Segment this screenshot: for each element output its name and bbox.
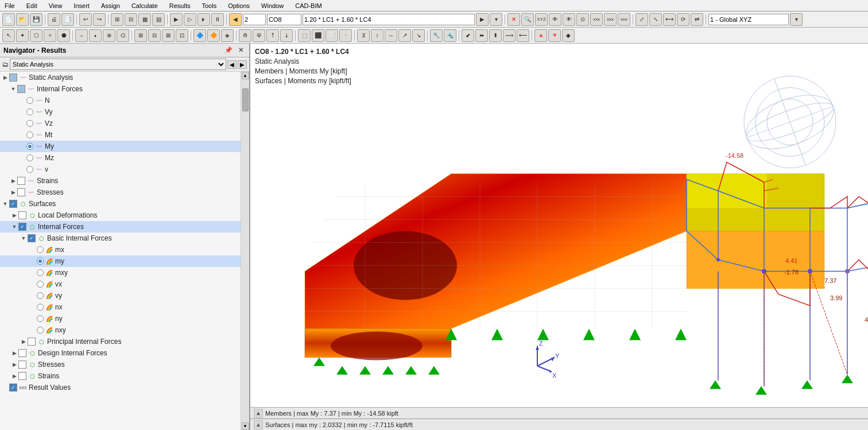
menu-window[interactable]: Window xyxy=(259,2,286,10)
tb2-8[interactable]: ⊕ xyxy=(103,29,115,42)
tree-N[interactable]: 〰 N xyxy=(0,95,241,106)
radio-Vy[interactable] xyxy=(26,109,33,115)
misc5-button[interactable]: ⇄ xyxy=(691,13,703,26)
render-button[interactable]: xxx xyxy=(590,13,603,26)
check-strains-surf[interactable] xyxy=(18,372,26,380)
scene-container[interactable]: -14.58 -18 3.99 3.88 -4.89 4.41 -1.78 7.… xyxy=(250,44,868,407)
tb2-3[interactable]: ⬡ xyxy=(30,29,42,42)
tb2-37[interactable]: 🔺 xyxy=(534,29,547,42)
tb2-13[interactable]: ⊡ xyxy=(176,29,188,42)
tb2-14[interactable]: 🔷 xyxy=(193,29,206,42)
check-basic[interactable]: ✓ xyxy=(28,234,36,242)
radio-mx[interactable] xyxy=(37,246,44,253)
tb2-11[interactable]: ⊟ xyxy=(148,29,161,42)
tree-nx[interactable]: 🌈 nx xyxy=(0,301,241,313)
tb2-23[interactable]: ⬜ xyxy=(326,29,338,42)
tb2-29[interactable]: ↘ xyxy=(412,29,425,42)
tb2-26[interactable]: ↕ xyxy=(371,29,383,42)
menu-edit[interactable]: Edit xyxy=(24,2,40,10)
tree-Mt[interactable]: 〰 Mt xyxy=(0,129,241,141)
co-name-input[interactable]: CO8 xyxy=(267,14,301,25)
tree-stresses-members[interactable]: ▶ 〰 Stresses xyxy=(0,187,241,198)
co-number-input[interactable]: 2 xyxy=(243,14,266,25)
tree-Vz[interactable]: 〰 Vz xyxy=(0,118,241,129)
tb2-15[interactable]: 🔶 xyxy=(207,29,220,42)
radio-vx[interactable] xyxy=(37,281,44,288)
co-next-button[interactable]: ▶ xyxy=(476,13,489,26)
run4-button[interactable]: ⏸ xyxy=(211,13,224,26)
tree-v[interactable]: 〰 v xyxy=(0,164,241,175)
tree-surfaces[interactable]: ▼ ✓ ⬡ Surfaces xyxy=(0,198,241,210)
tb2-24[interactable]: ⬝ xyxy=(339,29,352,42)
radio-Vz[interactable] xyxy=(26,120,33,127)
new-button[interactable]: 📄 xyxy=(2,13,15,26)
menu-view[interactable]: View xyxy=(46,2,65,10)
misc1-button[interactable]: ⤢ xyxy=(636,13,648,26)
nav-prev-btn[interactable]: ◀ xyxy=(227,60,237,69)
check-resultvalues[interactable]: ✓ xyxy=(9,383,17,392)
scroll-down-btn[interactable]: ▼ xyxy=(242,423,249,430)
print-button[interactable]: 🖨 xyxy=(48,13,60,26)
tb2-35[interactable]: ⟿ xyxy=(503,29,516,42)
tb2-4[interactable]: ✧ xyxy=(44,29,56,42)
run-button[interactable]: ▶ xyxy=(170,13,183,26)
misc3-button[interactable]: ⟷ xyxy=(663,13,676,26)
table2-button[interactable]: ⊟ xyxy=(125,13,137,26)
eye3-button[interactable]: ⊙ xyxy=(576,13,589,26)
tree-vx[interactable]: 🌈 vx xyxy=(0,278,241,290)
radio-nx[interactable] xyxy=(37,304,44,311)
check-localdef[interactable] xyxy=(18,211,26,219)
tb2-6[interactable]: ⬦ xyxy=(75,29,88,42)
menu-options[interactable]: Options xyxy=(226,2,252,10)
coord-system-input[interactable]: 1 - Global XYZ xyxy=(708,14,789,25)
status-expand-2[interactable]: ▲ xyxy=(254,420,263,429)
menu-insert[interactable]: Insert xyxy=(71,2,92,10)
menu-file[interactable]: File xyxy=(2,2,17,10)
tb2-1[interactable]: ↖ xyxy=(2,29,15,42)
radio-nxy[interactable] xyxy=(37,327,44,334)
nav-pin-button[interactable]: 📌 xyxy=(222,45,235,55)
tb2-16[interactable]: ◈ xyxy=(221,29,234,42)
eye-button[interactable]: 👁 xyxy=(549,13,561,26)
tb2-2[interactable]: ✦ xyxy=(16,29,29,42)
tb2-36[interactable]: ⟵ xyxy=(517,29,529,42)
render3-button[interactable]: xxx xyxy=(618,13,630,26)
menu-tools[interactable]: Tools xyxy=(199,2,219,10)
redo-button[interactable]: ↪ xyxy=(93,13,106,26)
tb2-20[interactable]: ⤓ xyxy=(280,29,293,42)
tree-ny[interactable]: 🌈 ny xyxy=(0,313,241,324)
tb2-10[interactable]: ⊞ xyxy=(134,29,147,42)
table3-button[interactable]: ▦ xyxy=(138,13,151,26)
eye2-button[interactable]: 👁 xyxy=(563,13,575,26)
tree-strains-surf[interactable]: ▶ ⬡ Strains xyxy=(0,370,241,382)
view3d-button[interactable]: 🔍 xyxy=(521,13,534,26)
tb2-21[interactable]: ⬚ xyxy=(298,29,311,42)
menu-results[interactable]: Results xyxy=(167,2,193,10)
filter-button[interactable]: ✕ xyxy=(507,13,520,26)
radio-vy-surf[interactable] xyxy=(37,292,44,299)
co-menu-button[interactable]: ▾ xyxy=(490,13,502,26)
tree-static-analysis[interactable]: ▶ 〰 Static Analysis xyxy=(0,72,241,83)
radio-my[interactable] xyxy=(37,258,44,265)
table-button[interactable]: ⊞ xyxy=(111,13,123,26)
radio-v[interactable] xyxy=(26,166,33,173)
menu-cad-bim[interactable]: CAD-BIM xyxy=(293,2,324,10)
check-surf-intforces[interactable]: ✓ xyxy=(18,223,26,231)
co-formula-input[interactable]: 1.20 * LC1 + 1.60 * LC4 xyxy=(303,14,475,25)
check-surfaces[interactable]: ✓ xyxy=(9,200,17,208)
open-button[interactable]: 📂 xyxy=(16,13,29,26)
tree-design[interactable]: ▶ ⬡ Design Internal Forces xyxy=(0,347,241,359)
nav-next-btn[interactable]: ▶ xyxy=(238,60,247,69)
run3-button[interactable]: ⏵ xyxy=(197,13,210,26)
print2-button[interactable]: 📑 xyxy=(61,13,74,26)
tb2-33[interactable]: ⬌ xyxy=(475,29,488,42)
tree-stresses-surf[interactable]: ▶ ⬡ Stresses xyxy=(0,359,241,370)
tree-principal[interactable]: ▶ ⬡ Principal Internal Forces xyxy=(0,336,241,347)
misc4-button[interactable]: ⟳ xyxy=(677,13,689,26)
tree-mxy[interactable]: 🌈 mxy xyxy=(0,267,241,278)
tree-surf-intforces[interactable]: ▼ ✓ ⬡ Internal Forces xyxy=(0,221,241,233)
xyz-button[interactable]: XYZ xyxy=(535,13,548,26)
radio-N[interactable] xyxy=(26,97,33,104)
tree-mx[interactable]: 🌈 mx xyxy=(0,244,241,255)
tb2-9[interactable]: ⌬ xyxy=(117,29,129,42)
